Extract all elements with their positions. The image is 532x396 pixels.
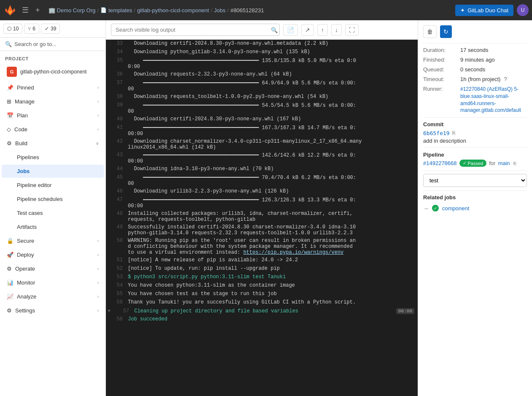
line-number: 57 (112, 307, 132, 315)
sidebar-item-pipeline-editor[interactable]: Pipeline editor (2, 179, 104, 192)
log-search-btn[interactable]: 🔍 (271, 27, 278, 33)
breadcrumb-component[interactable]: gitlab-python-cicd-component (137, 7, 209, 14)
breadcrumb: 🏢 Demo Corp Org / 📄 templates / gitlab-p… (49, 7, 264, 14)
copy-commit-btn[interactable]: ⎘ (451, 129, 456, 137)
help-icon[interactable]: ? (504, 76, 507, 82)
commit-hash-link[interactable]: 6b65fe19 (423, 130, 450, 136)
delete-job-btn[interactable]: 🗑 (423, 25, 437, 38)
search-go-btn[interactable]: 🔍 Search or go to... (0, 38, 105, 51)
queued-row: Queued: 0 seconds (423, 66, 527, 73)
line-content: Downloading certifi-2024.8.30-py3-none-a… (126, 40, 418, 48)
log-line-47: 47 ━━━━━━━━━━━━━━━━━━━━━━━━━━━━━━━━━━━━━… (106, 196, 418, 210)
line-content: Cleaning up project directory and file b… (132, 307, 396, 315)
sidebar-item-operate[interactable]: ⚙ Operate › (2, 262, 104, 275)
line-content: Installing collected packages: urllib3, … (126, 210, 418, 223)
commit-message: add in description (423, 138, 527, 144)
scroll-to-bottom-btn[interactable]: ↓ (331, 24, 342, 36)
log-line-40: 40 Downloading certifi-2024.8.30-py3-non… (106, 115, 418, 124)
queued-value: 0 seconds (460, 66, 485, 73)
sidebar-item-pipelines[interactable]: Pipelines (2, 151, 104, 164)
copy-branch-btn[interactable]: ⎘ (513, 160, 517, 167)
sidebar-item-jobs[interactable]: Jobs (2, 165, 104, 178)
log-content[interactable]: 33 Downloading certifi-2024.8.30-py3-non… (106, 40, 418, 396)
timeout-value: 1h (from project) (460, 76, 500, 82)
download-raw-btn[interactable]: 📄 (283, 24, 298, 36)
sidebar: ⬡ 10 ⑂ 6 ✓ 39 🔍 Search or go to... Proje… (0, 20, 106, 396)
new-item-btn[interactable]: + (34, 4, 42, 16)
line-content: Downloading requests_toolbelt-1.0.0-py2.… (126, 93, 418, 101)
sidebar-item-pinned[interactable]: 📌 Pinned › (2, 81, 104, 94)
line-content: ━━━━━━━━━━━━━━━━━━━━━━━━━━━━━━━━━━━━━━ 1… (126, 151, 418, 165)
sidebar-toggle[interactable]: ☰ (20, 4, 30, 16)
sidebar-item-settings[interactable]: ⚙ Settings › (2, 304, 104, 317)
test-cases-label: Test cases (17, 210, 43, 216)
log-line-45: 45 ━━━━━━━━━━━━━━━━━━━━━━━━━━━━━━━━━━━━━… (106, 174, 418, 187)
issues-count: 10 (13, 26, 19, 32)
log-search-input[interactable] (111, 24, 280, 36)
breadcrumb-org[interactable]: Demo Corp Org (57, 7, 96, 14)
sidebar-item-plan[interactable]: 📅 Plan › (2, 109, 104, 122)
project-item[interactable]: G gitlab-python-cicd-component (2, 63, 104, 80)
project-section-label: Project (0, 51, 105, 63)
pipeline-schedules-label: Pipeline schedules (17, 196, 62, 202)
sidebar-item-artifacts[interactable]: Artifacts (2, 220, 104, 233)
stage-select[interactable]: test (423, 174, 527, 187)
scroll-to-top-btn[interactable]: ↑ (317, 24, 328, 36)
merges-icon: ⑂ (28, 26, 31, 32)
settings-icon: ⚙ (7, 307, 12, 314)
log-line-57: ▼ 57 Cleaning up project directory and f… (106, 307, 418, 315)
duo-chat-btn[interactable]: ✦ GitLab Duo Chat (455, 5, 513, 16)
line-content: Downloading python_gitlab-3.14.0-py3-non… (126, 48, 418, 57)
line-content: [notice] To update, run: pip install --u… (126, 265, 418, 273)
monitor-icon: 📊 (7, 279, 14, 286)
fullscreen-btn[interactable]: ⛶ (345, 24, 359, 36)
todos-badge[interactable]: ✓ 39 (41, 24, 60, 34)
finished-value: 9 minutes ago (460, 57, 495, 63)
issues-badge[interactable]: ⬡ 10 (3, 24, 22, 34)
sidebar-item-manage[interactable]: ⊞ Manage › (2, 95, 104, 108)
sidebar-item-analyze[interactable]: 📈 Analyze › (2, 290, 104, 303)
panel-divider-2 (423, 117, 527, 118)
log-line-35: 35 ━━━━━━━━━━━━━━━━━━━━━━━━━━━━━━━━━━━━━… (106, 57, 418, 71)
line-number: 40 (106, 115, 126, 124)
log-line-34: 34 Downloading python_gitlab-3.14.0-py3-… (106, 48, 418, 57)
gitlab-logo[interactable] (3, 3, 17, 17)
retry-job-btn[interactable]: ↻ (440, 25, 452, 38)
breadcrumb-sep1: / (97, 7, 99, 14)
related-job-link[interactable]: component (442, 205, 469, 212)
pipeline-link[interactable]: #1492278668 (423, 160, 457, 166)
line-number: 46 (106, 187, 126, 196)
pip-warnings-link[interactable]: https://pip.pypa.io/warnings/venv (243, 250, 344, 255)
sidebar-item-pipeline-schedules[interactable]: Pipeline schedules (2, 193, 104, 206)
breadcrumb-sep3: / (211, 7, 212, 14)
merges-badge[interactable]: ⑂ 6 (24, 24, 39, 34)
sidebar-item-build[interactable]: ⚙ Build ∨ (2, 137, 104, 150)
line-number: 55 (106, 290, 126, 298)
chevron-right-icon: › (97, 85, 99, 90)
log-line-52: 52 [notice] To update, run: pip install … (106, 265, 418, 273)
sidebar-item-test-cases[interactable]: Test cases (2, 206, 104, 220)
todos-icon: ✓ (45, 26, 49, 32)
manage-label: Manage (15, 98, 35, 105)
sidebar-item-secure[interactable]: 🔒 Secure › (2, 234, 104, 247)
user-avatar[interactable]: U (517, 4, 529, 16)
sidebar-item-monitor[interactable]: 📊 Monitor › (2, 276, 104, 289)
sidebar-item-code[interactable]: ◇ Code › (2, 123, 104, 136)
line-number: 48 (106, 210, 126, 223)
todos-count: 39 (51, 26, 56, 32)
chevron-right-icon: › (97, 280, 99, 285)
line-content: ━━━━━━━━━━━━━━━━━━━━━━━━━━━━━━━━━━━━━━ 5… (126, 101, 418, 115)
breadcrumb-template[interactable]: templates (108, 7, 132, 14)
line-number: 50 (106, 237, 126, 256)
trash-icon: 🗑 (427, 28, 433, 35)
erase-log-btn[interactable]: ↗ (301, 24, 314, 36)
duration-label: Duration: (423, 47, 457, 53)
log-line-36: 36 Downloading requests-2.32.3-py3-none-… (106, 71, 418, 79)
sidebar-item-deploy[interactable]: 🚀 Deploy › (2, 248, 104, 261)
breadcrumb-jobs[interactable]: Jobs (214, 7, 225, 14)
related-job-item: → ✓ component (423, 203, 527, 213)
analyze-icon: 📈 (7, 293, 14, 300)
runner-link[interactable]: #12270840 (AzERasQ) 5-blue.saas-linux-sm… (460, 86, 521, 113)
log-line-53: 53 $ python3 src/script.py python:3.11-s… (106, 273, 418, 282)
branch-link[interactable]: main (498, 160, 510, 166)
